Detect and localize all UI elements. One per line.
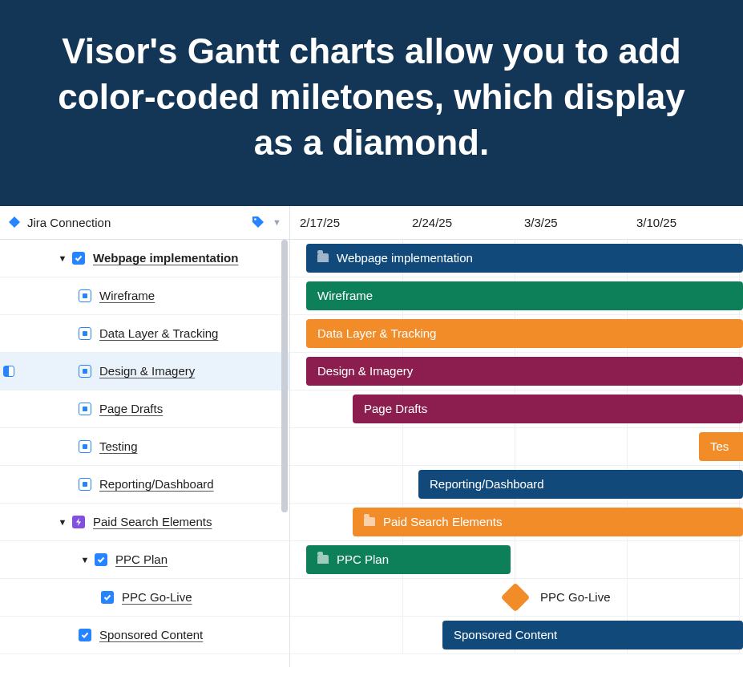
expand-arrow-icon[interactable]: ▼ (56, 253, 69, 263)
timeline-row[interactable]: Reporting/Dashboard (290, 466, 743, 504)
gantt-bar-label: Data Layer & Tracking (317, 326, 436, 340)
timeline-row[interactable]: PPC Plan (290, 541, 743, 579)
tree-row[interactable]: Sponsored Content (0, 617, 289, 654)
timeline-panel: 2/17/252/24/253/3/253/10/25 Webpage impl… (290, 206, 743, 667)
tree-item-label[interactable]: Design & Imagery (99, 364, 195, 378)
folder-icon (364, 517, 375, 526)
gantt-bar[interactable]: Page Drafts (353, 395, 743, 423)
tree-row[interactable]: Reporting/Dashboard (0, 466, 289, 504)
gantt-bar-label: Page Drafts (364, 402, 427, 415)
tree-row[interactable]: ▼PPC Plan (0, 541, 289, 579)
folder-icon (317, 253, 329, 262)
timeline-row[interactable]: Wireframe (290, 277, 743, 315)
gantt-bar[interactable]: Webpage implementation (306, 244, 743, 273)
gantt-bar-label: Wireframe (317, 289, 373, 302)
gantt-bar-label: Paid Search Elements (383, 515, 502, 528)
tree-row[interactable]: ▼Paid Search Elements (0, 504, 289, 541)
gantt-bar[interactable]: Sponsored Content (442, 621, 743, 649)
svg-marker-0 (9, 216, 20, 228)
gantt-bar-label: Design & Imagery (317, 364, 413, 378)
tree-item-label[interactable]: Sponsored Content (99, 628, 203, 641)
gantt-bar[interactable]: Paid Search Elements (353, 508, 743, 536)
tree-item-label[interactable]: Page Drafts (99, 402, 163, 415)
sidebar: Jira Connection ▼ ▼Webpage implementatio… (0, 206, 290, 667)
tree-item-label[interactable]: Paid Search Elements (93, 515, 212, 528)
tree-item-label[interactable]: Data Layer & Tracking (99, 326, 218, 340)
task-type-icon (79, 327, 91, 340)
tree-row[interactable]: Wireframe (0, 277, 289, 315)
gantt-bar-label: Reporting/Dashboard (430, 477, 544, 491)
task-type-icon (79, 478, 91, 491)
task-tree: ▼Webpage implementationWireframeData Lay… (0, 240, 289, 654)
date-column: 3/3/25 (515, 206, 627, 239)
tree-row[interactable]: Data Layer & Tracking (0, 315, 289, 353)
gantt-bar[interactable]: Design & Imagery (306, 357, 743, 386)
checkbox-icon[interactable] (101, 591, 114, 604)
gantt-bar[interactable]: Data Layer & Tracking (306, 319, 743, 348)
gantt-bar[interactable]: Reporting/Dashboard (418, 470, 743, 499)
gantt-bar[interactable]: PPC Plan (306, 545, 511, 574)
milestone-label: PPC Go-Live (540, 590, 611, 604)
hero-title: Visor's Gantt charts allow you to add co… (48, 28, 695, 166)
expand-arrow-icon[interactable]: ▼ (56, 517, 69, 527)
timeline-row[interactable]: Paid Search Elements (290, 504, 743, 541)
milestone-diamond[interactable] (501, 582, 531, 612)
date-column: 2/17/25 (290, 206, 402, 239)
checkbox-icon[interactable] (72, 252, 85, 265)
timeline-row[interactable]: Data Layer & Tracking (290, 315, 743, 353)
date-column: 3/10/25 (627, 206, 739, 239)
tree-row[interactable]: ▼Webpage implementation (0, 240, 289, 277)
tree-item-label[interactable]: PPC Plan (115, 552, 168, 566)
svg-marker-2 (76, 518, 81, 526)
timeline-row[interactable]: Webpage implementation (290, 240, 743, 277)
connection-title: Jira Connection (27, 216, 111, 229)
tree-row[interactable]: Page Drafts (0, 390, 289, 428)
date-column: 2/24/25 (402, 206, 515, 239)
tree-row[interactable]: Design & Imagery (0, 353, 289, 390)
gantt-bar-label: Tes (710, 439, 729, 453)
tree-item-label[interactable]: Testing (99, 439, 138, 453)
timeline-grid: Webpage implementationWireframeData Laye… (290, 240, 743, 654)
gantt-bar-label: Webpage implementation (337, 251, 473, 265)
task-type-icon (79, 365, 91, 378)
tree-item-label[interactable]: Wireframe (99, 289, 155, 302)
header-dropdown-icon[interactable]: ▼ (273, 217, 281, 227)
sidebar-scrollbar[interactable] (281, 240, 288, 512)
timeline-row[interactable]: Sponsored Content (290, 617, 743, 654)
task-type-icon (79, 289, 91, 302)
task-type-icon (79, 403, 91, 415)
checkbox-icon[interactable] (95, 553, 107, 566)
hero-banner: Visor's Gantt charts allow you to add co… (0, 0, 743, 206)
tree-item-label[interactable]: Reporting/Dashboard (99, 477, 214, 491)
gantt-bar[interactable]: Wireframe (306, 281, 743, 310)
gantt-bar[interactable]: Tes (699, 432, 743, 461)
date-header: 2/17/252/24/253/3/253/10/25 (290, 206, 743, 240)
expand-arrow-icon[interactable]: ▼ (79, 555, 91, 564)
timeline-row[interactable]: PPC Go-Live (290, 579, 743, 617)
task-type-icon (79, 440, 91, 453)
jira-icon (8, 216, 21, 229)
tree-row[interactable]: Testing (0, 428, 289, 466)
tree-row[interactable]: PPC Go-Live (0, 579, 289, 617)
half-select-icon (3, 366, 14, 377)
gantt-bar-label: Sponsored Content (454, 628, 557, 641)
tree-item-label[interactable]: PPC Go-Live (122, 590, 192, 604)
svg-point-1 (254, 218, 256, 221)
checkbox-icon[interactable] (79, 629, 91, 641)
tree-item-label[interactable]: Webpage implementation (93, 251, 238, 265)
timeline-row[interactable]: Page Drafts (290, 390, 743, 428)
row-indicator (0, 366, 18, 377)
bolt-icon[interactable] (72, 516, 85, 528)
timeline-row[interactable]: Tes (290, 428, 743, 466)
gantt-bar-label: PPC Plan (337, 552, 389, 566)
folder-icon (317, 555, 329, 564)
timeline-row[interactable]: Design & Imagery (290, 353, 743, 390)
sidebar-header[interactable]: Jira Connection ▼ (0, 206, 289, 240)
gantt-app: Jira Connection ▼ ▼Webpage implementatio… (0, 206, 743, 667)
tag-icon[interactable] (252, 216, 264, 229)
